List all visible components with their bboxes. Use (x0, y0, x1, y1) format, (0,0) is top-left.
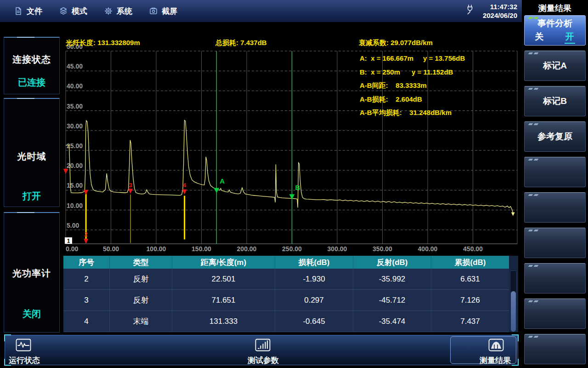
y-tick-label: 20.00 (67, 162, 83, 169)
event-arrow (128, 189, 133, 194)
corner-bracket (4, 359, 11, 366)
event-arrow (182, 190, 187, 195)
button-decor (528, 17, 533, 19)
event-analysis-toggle[interactable]: 事件分析 关 开 (524, 15, 586, 46)
column-header: 反射(dB) (353, 256, 431, 269)
column-header: 距离/长度(m) (172, 256, 275, 269)
waveform-icon-wrap[interactable] (16, 339, 31, 353)
corner-bracket (512, 359, 519, 366)
button-decor (528, 300, 533, 302)
left-panel-1[interactable]: 连接状态 已连接 (4, 37, 60, 94)
menu-item-gear[interactable]: 系统 (104, 6, 132, 17)
softkey-empty[interactable] (524, 299, 586, 329)
right-sidebar: 测量结果 事件分析 关 开 标记A标记B参考复原 (522, 0, 588, 368)
softkey-3[interactable]: 标记B (524, 86, 586, 116)
table-cell: 71.651 (172, 290, 275, 310)
plug-icon (464, 4, 475, 17)
menu-item-camera[interactable]: 截屏 (149, 6, 177, 17)
softkey-empty[interactable] (524, 192, 586, 223)
scrollbar-thumb[interactable] (511, 291, 516, 332)
table-cell: 2 (63, 269, 109, 289)
event-table-body: 2反射22.501-1.930-35.9926.6313反射71.6510.29… (63, 269, 509, 332)
app: 文件模式系统截屏 11:47:32 2024/06/20 测量结果 事件分析 关… (0, 0, 588, 368)
table-cell: 3 (63, 290, 109, 310)
menu-item-layers[interactable]: 模式 (59, 6, 87, 17)
event-number: 3 (129, 182, 132, 189)
button-decor (528, 52, 533, 54)
table-cell: -35.474 (353, 311, 431, 332)
event-arrow (84, 239, 88, 244)
softkey-empty[interactable] (524, 157, 586, 187)
table-cell: 4 (63, 311, 109, 332)
time-text: 11:47:32 (483, 2, 517, 12)
menu-item-label: 模式 (72, 6, 87, 17)
left-panel-2[interactable]: 光时域 打开 (4, 98, 60, 207)
clock: 11:47:32 2024/06/20 (483, 2, 517, 20)
button-decor (528, 159, 533, 161)
menu-item-file[interactable]: 文件 (14, 6, 42, 17)
toggle-on-label[interactable]: 开 (565, 31, 575, 44)
marker-readout-line: B: x = 250m y = 11.152dB (360, 68, 453, 76)
column-header: 损耗(dB) (275, 256, 353, 269)
y-tick-label: 35.00 (67, 103, 83, 110)
gear-icon (104, 6, 113, 16)
button-decor (528, 123, 533, 125)
right-sidebar-title: 测量结果 (522, 0, 588, 12)
toggle-off-label[interactable]: 关 (535, 31, 544, 44)
softkey-2[interactable]: 标记A (524, 51, 586, 81)
menu-item-label: 系统 (117, 6, 132, 17)
params-icon-wrap[interactable] (255, 339, 271, 353)
event-number: 4 (183, 182, 187, 189)
y-tick-label: 10.00 (67, 202, 83, 209)
panel-status: 关闭 (4, 308, 59, 320)
table-cell: 7.437 (431, 311, 509, 332)
table-row[interactable]: 2反射22.501-1.930-35.9926.631 (63, 269, 509, 290)
corner-bracket (4, 334, 11, 341)
y-tick-label: 15.00 (67, 182, 83, 189)
bottom-tab-3-label[interactable]: 测量结果 (475, 355, 516, 366)
waveform-icon (16, 339, 31, 351)
event-number: 2 (85, 231, 88, 238)
button-decor (528, 336, 533, 338)
top-bar: 文件模式系统截屏 11:47:32 2024/06/20 (0, 0, 522, 22)
table-row[interactable]: 3反射71.6510.297-45.7127.126 (63, 290, 509, 311)
softkey-4[interactable]: 参考复原 (524, 121, 586, 152)
table-cell: 6.631 (431, 269, 509, 289)
attenuation-stat: 衰减系数: 29.077dB/km (359, 39, 433, 47)
button-decor (528, 194, 533, 196)
table-row[interactable]: 4末端131.333-0.645-35.4747.437 (63, 311, 509, 332)
softkey-empty[interactable] (524, 263, 586, 293)
table-cell: 末端 (109, 311, 172, 332)
panel-title: 光时域 (4, 150, 59, 163)
event-analysis-title: 事件分析 (537, 17, 572, 29)
column-header: 序号 (63, 256, 109, 269)
softkey-label: 标记B (543, 95, 567, 107)
column-header: 累损(dB) (431, 256, 509, 269)
panel-title: 光功率计 (4, 267, 59, 280)
results-icon-wrap[interactable] (488, 339, 504, 353)
table-cell: 22.501 (172, 269, 275, 289)
left-panel-3[interactable]: 光功率计 关闭 (4, 212, 60, 333)
x-tick-label: 400.00 (418, 245, 438, 253)
camera-icon (149, 6, 158, 16)
y-tick-label: 5.00 (67, 222, 79, 229)
table-scrollbar[interactable] (510, 270, 517, 330)
params-icon (255, 339, 271, 351)
event-table-header: 序号类型距离/长度(m)损耗(dB)反射(dB)累损(dB) (63, 256, 509, 269)
y-tick-label: 30.00 (67, 122, 83, 130)
table-cell: -45.712 (353, 290, 431, 310)
softkey-empty[interactable] (524, 228, 586, 258)
marker-label-A: A (220, 177, 225, 185)
x-tick-label: 200.00 (237, 245, 257, 253)
corner-bracket (512, 334, 519, 341)
bottom-tab-2-label[interactable]: 测试参数 (243, 355, 284, 366)
x-tick-label: 0.00 (66, 245, 78, 253)
softkey-column: 事件分析 关 开 标记A标记B参考复原 (522, 15, 588, 364)
y-tick-label: 40.00 (67, 82, 83, 90)
marker-label-B: B (295, 184, 300, 191)
button-decor (528, 88, 533, 90)
status-area: 11:47:32 2024/06/20 (464, 0, 517, 22)
softkey-empty[interactable] (524, 334, 586, 364)
table-cell: 反射 (109, 269, 172, 289)
table-cell: 反射 (109, 290, 172, 310)
